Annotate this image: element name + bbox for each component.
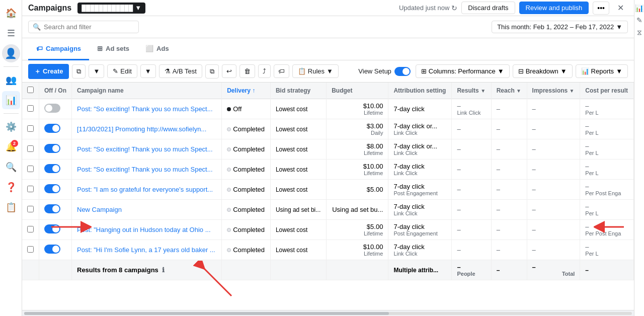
sidebar-settings-icon[interactable]: ⚙️ — [2, 118, 20, 136]
th-checkbox[interactable] — [22, 83, 39, 99]
edit-button[interactable]: ✎ Edit — [107, 64, 137, 78]
refresh-icon[interactable]: ↻ — [451, 4, 457, 12]
row-checkbox[interactable] — [27, 186, 34, 192]
row-checkbox[interactable] — [27, 206, 34, 212]
undo-button[interactable]: ↩ — [222, 64, 236, 78]
duplicate-button[interactable]: ⧉ — [205, 64, 219, 78]
th-impressions[interactable]: Impressions ▼ — [527, 83, 580, 99]
horizontal-scrollbar[interactable] — [22, 310, 634, 316]
more-options-button[interactable]: ••• — [593, 2, 609, 15]
campaign-toggle[interactable] — [44, 245, 60, 254]
row-toggle-cell[interactable] — [39, 99, 72, 119]
sidebar-campaigns-icon[interactable]: 📊 — [2, 91, 20, 109]
sidebar-menu-icon[interactable]: ☰ — [2, 24, 20, 42]
create-button[interactable]: ＋ Create — [28, 64, 69, 79]
reports-button[interactable]: 📊 Reports ▼ — [576, 64, 628, 78]
row-checkbox-cell[interactable] — [22, 200, 39, 220]
sidebar-notifications-icon[interactable]: 🔔 2 — [2, 138, 20, 156]
budget-type: Lifetime — [332, 150, 383, 156]
view-setup-toggle[interactable] — [394, 67, 411, 76]
close-button[interactable]: ✕ — [613, 1, 628, 15]
tab-campaigns[interactable]: 🏷 Campaigns — [28, 38, 89, 60]
campaign-name-link[interactable]: Post: "Hi I'm Sofie Lynn, a 17 years old… — [77, 246, 215, 254]
campaign-toggle[interactable] — [44, 164, 60, 173]
row-checkbox[interactable] — [27, 125, 34, 132]
sidebar-avatar[interactable]: 👤 — [2, 44, 20, 62]
row-toggle-cell[interactable] — [39, 160, 72, 180]
campaign-selector[interactable]: ████████████ ▼ — [77, 3, 145, 14]
row-toggle-cell[interactable] — [39, 240, 72, 260]
tab-adsets[interactable]: ⊞ Ad sets — [89, 38, 137, 60]
right-panel-chart-icon[interactable]: 📊 — [635, 4, 643, 12]
row-checkbox-cell[interactable] — [22, 119, 39, 139]
row-checkbox[interactable] — [27, 246, 34, 253]
discard-drafts-button[interactable]: Discard drafts — [461, 2, 515, 14]
cost-value: – — [585, 243, 628, 251]
campaign-name-link[interactable]: New Campaign — [77, 206, 122, 213]
row-reach-cell: – — [491, 139, 527, 160]
campaign-toggle[interactable] — [44, 224, 60, 233]
campaigns-table: Off / On Campaign name Delivery ↑ Bid st… — [22, 83, 634, 280]
row-checkbox[interactable] — [27, 145, 34, 152]
tag-button[interactable]: 🏷 — [274, 64, 289, 78]
campaign-toggle[interactable] — [44, 184, 60, 193]
right-panel-sliders-icon[interactable]: ⧖ — [635, 28, 643, 36]
review-publish-button[interactable]: Review and publish — [519, 2, 589, 14]
row-checkbox-cell[interactable] — [22, 99, 39, 119]
rules-button[interactable]: 📋 Rules ▼ — [292, 64, 339, 78]
row-checkbox-cell[interactable] — [22, 139, 39, 160]
plus-icon: ＋ — [34, 67, 41, 76]
campaign-toggle[interactable] — [44, 104, 60, 113]
row-toggle-cell[interactable] — [39, 180, 72, 200]
cost-value: – — [585, 163, 628, 170]
share-button[interactable]: ⤴ — [258, 64, 271, 78]
th-results[interactable]: Results ▼ — [452, 83, 491, 99]
table-row: Post: "So exciting! Thank you so much Sp… — [22, 99, 634, 119]
campaign-name-link[interactable]: Post: "So exciting! Thank you so much Sp… — [77, 166, 213, 173]
row-checkbox[interactable] — [27, 226, 34, 232]
campaign-name-link[interactable]: [11/30/2021] Promoting http://www.sofiel… — [77, 125, 206, 133]
campaign-name-link[interactable]: Post: "So exciting! Thank you so much Sp… — [77, 105, 213, 113]
row-checkbox-cell[interactable] — [22, 240, 39, 260]
edit-dropdown-button[interactable]: ▼ — [140, 64, 156, 78]
row-checkbox-cell[interactable] — [22, 180, 39, 200]
search-container[interactable]: 🔍 — [28, 21, 139, 33]
row-checkbox[interactable] — [27, 105, 34, 112]
row-toggle-cell[interactable] — [39, 139, 72, 160]
row-toggle-cell[interactable] — [39, 220, 72, 240]
ab-test-button[interactable]: ⚗ A/B Test — [159, 64, 202, 78]
search-input[interactable] — [44, 23, 134, 31]
campaign-name-link[interactable]: Post: "I am so grateful for everyone's s… — [77, 186, 213, 193]
sidebar-people-icon[interactable]: 👥 — [2, 71, 20, 89]
th-campaign-name[interactable]: Campaign name — [72, 83, 222, 99]
th-reach[interactable]: Reach ▼ — [491, 83, 527, 99]
copy-dropdown-button[interactable]: ▼ — [89, 64, 104, 78]
sidebar-help-icon[interactable]: ❓ — [2, 178, 20, 196]
select-all-checkbox[interactable] — [27, 87, 34, 93]
tab-ads[interactable]: ⬜ Ads — [137, 38, 177, 60]
date-selector[interactable]: This month: Feb 1, 2022 – Feb 17, 2022 ▼ — [492, 21, 628, 33]
campaign-name-link[interactable]: Post: "So exciting! Thank you so much Sp… — [77, 145, 213, 153]
campaign-toggle[interactable] — [44, 124, 60, 133]
right-panel: 📊 ✎ ⧖ — [634, 0, 644, 316]
row-checkbox[interactable] — [27, 166, 34, 172]
row-toggle-cell[interactable] — [39, 119, 72, 139]
cost-value: – — [585, 122, 628, 130]
columns-button[interactable]: ⊞ Columns: Performance ▼ — [416, 64, 510, 78]
sidebar-home-icon[interactable]: 🏠 — [2, 4, 20, 22]
row-checkbox-cell[interactable] — [22, 160, 39, 180]
scrollbar-thumb[interactable] — [24, 312, 389, 315]
sidebar-grid-icon[interactable]: 📋 — [2, 198, 20, 216]
main-content: Campaigns ████████████ ▼ Updated just no… — [22, 0, 634, 316]
sidebar-search-icon[interactable]: 🔍 — [2, 158, 20, 176]
th-delivery[interactable]: Delivery ↑ — [222, 83, 271, 99]
campaign-name-link[interactable]: Post: "Hanging out in Hudson today at Oh… — [77, 226, 211, 233]
copy-button[interactable]: ⧉ — [72, 64, 86, 78]
campaign-toggle[interactable] — [44, 204, 60, 213]
row-checkbox-cell[interactable] — [22, 220, 39, 240]
campaign-toggle[interactable] — [44, 144, 60, 153]
row-toggle-cell[interactable] — [39, 200, 72, 220]
delete-button[interactable]: 🗑 — [239, 64, 255, 78]
breakdown-button[interactable]: ⊟ Breakdown ▼ — [513, 64, 573, 78]
right-panel-edit-icon[interactable]: ✎ — [635, 16, 643, 24]
